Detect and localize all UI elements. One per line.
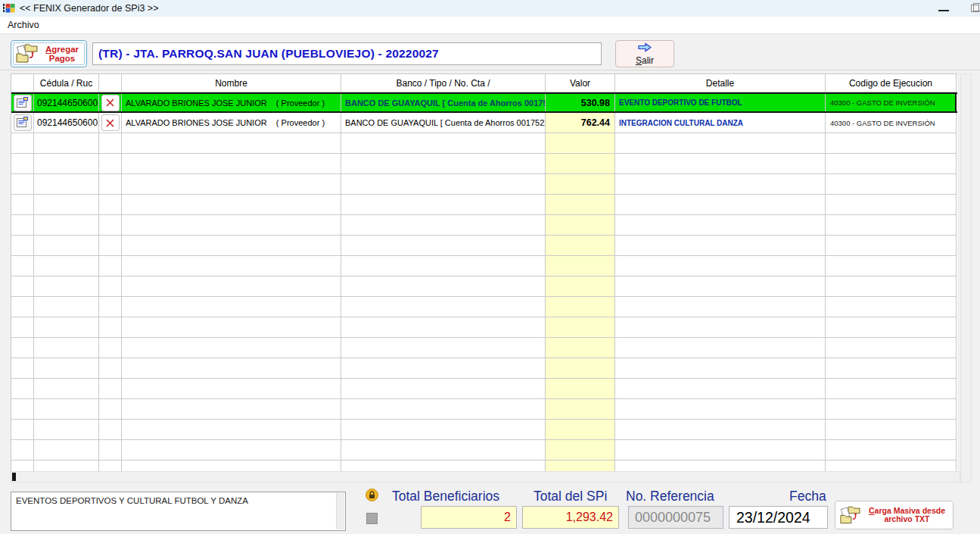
total-beneficiarios-field: 2	[421, 506, 517, 529]
folders-icon	[839, 504, 860, 526]
empty-cell	[122, 276, 341, 297]
empty-cell	[546, 236, 615, 256]
header-edit-col	[11, 74, 34, 92]
delete-cell	[99, 113, 122, 133]
empty-cell	[546, 174, 615, 195]
agregar-pagos-button[interactable]: AgregarPagos	[11, 40, 87, 67]
empty-cell	[11, 276, 34, 297]
referencia-field: 0000000075	[628, 506, 723, 529]
empty-cell	[99, 379, 122, 399]
empty-cell	[546, 133, 615, 154]
empty-cell	[99, 297, 122, 317]
empty-cell	[122, 174, 341, 195]
empty-cell	[11, 358, 34, 379]
empty-cell	[615, 215, 826, 236]
empty-cell	[615, 297, 826, 317]
spi-title-field[interactable]: (TR) - JTA. PARROQ.SAN JUAN (PUEBLOVIEJO…	[92, 42, 602, 65]
empty-cell	[826, 276, 957, 297]
lock-icon	[366, 489, 378, 504]
observacion-scrollbar[interactable]	[336, 493, 344, 529]
empty-cell	[341, 440, 546, 461]
horizontal-scrollbar[interactable]	[11, 471, 960, 482]
restore-button[interactable]	[971, 5, 979, 12]
empty-table-row	[11, 133, 957, 154]
empty-cell	[826, 461, 957, 472]
empty-cell	[122, 379, 341, 399]
delete-x-icon	[105, 118, 115, 128]
empty-table-row	[11, 154, 957, 174]
empty-cell	[99, 236, 122, 256]
empty-cell	[546, 154, 615, 174]
delete-x-icon	[105, 98, 115, 108]
empty-table-row	[11, 276, 957, 297]
empty-cell	[99, 133, 122, 154]
vertical-scrollbar[interactable]	[960, 73, 972, 482]
minimize-button[interactable]	[938, 10, 949, 11]
empty-cell	[11, 317, 34, 338]
empty-cell	[826, 317, 957, 338]
delete-row-button[interactable]	[101, 114, 120, 131]
empty-cell	[826, 358, 957, 379]
empty-cell	[122, 297, 341, 317]
empty-table-row	[11, 297, 957, 317]
empty-cell	[122, 256, 341, 276]
delete-row-button[interactable]	[101, 95, 120, 111]
empty-cell	[11, 195, 34, 215]
empty-cell	[34, 338, 99, 358]
empty-cell	[826, 236, 957, 256]
empty-cell	[11, 133, 34, 154]
empty-cell	[615, 236, 826, 256]
empty-cell	[826, 420, 957, 440]
menu-archivo[interactable]: Archivo	[0, 20, 47, 30]
horizontal-scrollbar-thumb[interactable]	[12, 473, 16, 481]
agregar-pagos-label: AgregarPagos	[38, 45, 86, 63]
empty-cell	[826, 174, 957, 195]
empty-table-row	[11, 338, 957, 358]
cell-valor: 530.98	[546, 94, 615, 111]
empty-cell	[99, 174, 122, 195]
edit-record-icon	[16, 117, 29, 129]
table-row[interactable]: 0921446506001 ALVARADO BRIONES JOSE JUNI…	[11, 113, 957, 133]
empty-cell	[99, 154, 122, 174]
empty-cell	[826, 256, 957, 276]
table-header-row: Cédula / Ruc Nombre Banco / Tipo / No. C…	[11, 74, 957, 92]
salir-button[interactable]: Salir	[615, 40, 674, 67]
exit-arrow-icon	[637, 42, 652, 55]
total-spi-field: 1,293.42	[522, 506, 619, 529]
empty-cell	[11, 174, 34, 195]
empty-cell	[546, 256, 615, 276]
empty-cell	[34, 195, 99, 215]
payments-table: Cédula / Ruc Nombre Banco / Tipo / No. C…	[11, 73, 957, 472]
empty-cell	[341, 461, 546, 472]
empty-cell	[99, 420, 122, 440]
empty-cell	[99, 440, 122, 461]
edit-row-button[interactable]	[14, 95, 32, 111]
fecha-field[interactable]: 23/12/2024	[729, 506, 828, 529]
empty-cell	[34, 276, 99, 297]
empty-table-row	[11, 174, 957, 195]
empty-cell	[546, 420, 615, 440]
empty-cell	[341, 379, 546, 399]
empty-cell	[615, 154, 826, 174]
empty-cell	[341, 195, 546, 215]
empty-cell	[11, 379, 34, 399]
empty-cell	[11, 154, 34, 174]
empty-table-row	[11, 317, 957, 338]
carga-masiva-button[interactable]: Carga Masiva desdearchivo TXT	[835, 501, 954, 529]
empty-cell	[99, 215, 122, 236]
edit-row-button[interactable]	[14, 114, 32, 131]
empty-cell	[11, 297, 34, 317]
empty-cell	[34, 154, 99, 174]
empty-cell	[11, 338, 34, 358]
empty-cell	[615, 276, 826, 297]
empty-cell	[341, 174, 546, 195]
empty-cell	[122, 195, 341, 215]
empty-cell	[34, 399, 99, 420]
empty-cell	[122, 358, 341, 379]
observacion-textarea[interactable]: EVENTOS DEPORTIVOS Y CULTURAL FUTBOL Y D…	[11, 492, 346, 531]
empty-table-row	[11, 440, 957, 461]
empty-cell	[11, 420, 34, 440]
empty-cell	[122, 236, 341, 256]
table-row[interactable]: 0921446506001 ALVARADO BRIONES JOSE JUNI…	[11, 92, 957, 113]
empty-cell	[615, 379, 826, 399]
